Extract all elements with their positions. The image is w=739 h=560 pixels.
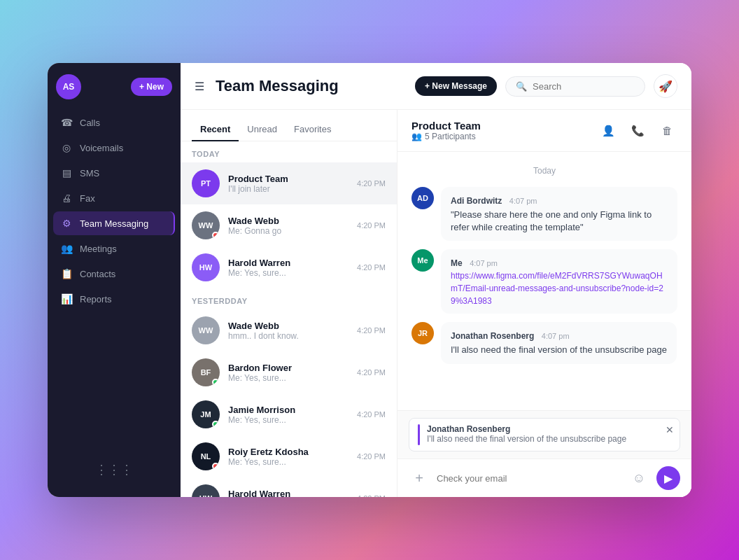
conv-item-wade-webb-2[interactable]: WW Wade Webb hmm.. I dont know. 4:20 PM: [181, 309, 397, 351]
new-message-label: + New Message: [425, 81, 487, 91]
attachment-button[interactable]: +: [409, 468, 430, 489]
conv-item-bardon-flower[interactable]: BF Bardon Flower Me: Yes, sure... 4:20 P…: [181, 351, 397, 393]
user-avatar: AS: [56, 74, 81, 99]
conv-avatar-roiy: NL: [192, 442, 220, 470]
msg-bubble-1: Adi Bordwitz 4:07 pm "Please share here …: [441, 187, 677, 241]
hamburger-icon[interactable]: ☰: [195, 80, 204, 93]
conv-name: Jamie Morrison: [228, 405, 349, 415]
chat-subtitle: 👥 5 Participants: [411, 132, 598, 141]
main-header: ☰ Team Messaging + New Message 🔍 🚀: [181, 63, 691, 110]
status-dot-online: [212, 421, 219, 428]
yesterday-label: YESTERDDAY: [181, 288, 397, 309]
conv-item-jamie-morrison[interactable]: JM Jamie Morrison Me: Yes, sure... 4:20 …: [181, 393, 397, 435]
sidebar-item-sms[interactable]: ▤ SMS: [53, 161, 175, 185]
sidebar-item-sms-label: SMS: [80, 168, 99, 178]
send-button[interactable]: ▶: [656, 466, 680, 490]
sms-icon: ▤: [60, 167, 73, 178]
msg-sender: Me: [451, 258, 463, 268]
msg-bubble-3: Jonathan Rosenberg 4:07 pm I'll also nee…: [441, 322, 677, 363]
conv-item-wade-webb-1[interactable]: WW Wade Webb Me: Gonna go 4:20 PM: [181, 204, 397, 246]
reply-quote-bar: Jonathan Rosenberg I'll also need the fi…: [397, 410, 691, 458]
conv-avatar-harold-warren-2: HW: [192, 484, 220, 497]
rocket-button[interactable]: 🚀: [654, 74, 677, 98]
msg-sender: Adi Bordwitz: [451, 196, 502, 206]
sidebar-item-fax[interactable]: 🖨 Fax: [53, 186, 175, 210]
chat-title: Product Team: [411, 120, 598, 132]
new-button[interactable]: + New: [131, 78, 172, 96]
chat-header-info: Product Team 👥 5 Participants: [411, 120, 598, 141]
meetings-icon: 👥: [60, 243, 73, 254]
message-input-area: + ☺ ▶: [397, 458, 691, 497]
send-icon: ▶: [664, 472, 673, 485]
sidebar-item-contacts-label: Contacts: [80, 269, 115, 279]
tab-recent[interactable]: Recent: [192, 118, 239, 141]
conv-avatar-product-team: PT: [192, 169, 220, 197]
conv-name: Roiy Eretz Kdosha: [228, 447, 349, 457]
conv-time: 4:20 PM: [357, 263, 386, 272]
conv-item-harold-warren-1[interactable]: HW Harold Warren Me: Yes, sure... 4:20 P…: [181, 246, 397, 288]
conv-avatar-jamie-morrison: JM: [192, 400, 220, 428]
conv-preview: I'll join later: [228, 184, 349, 194]
search-input[interactable]: [533, 81, 635, 92]
conv-info-wade-webb-2: Wade Webb hmm.. I dont know.: [228, 321, 349, 341]
sidebar-item-reports[interactable]: 📊 Reports: [53, 287, 175, 311]
conv-info-roiy: Roiy Eretz Kdosha Me: Yes, sure...: [228, 447, 349, 467]
tab-favorites[interactable]: Favorites: [286, 118, 339, 141]
emoji-button[interactable]: ☺: [628, 468, 649, 489]
rocket-icon: 🚀: [659, 80, 673, 93]
conv-avatar-bardon-flower: BF: [192, 358, 220, 386]
reports-icon: 📊: [60, 293, 73, 304]
sidebar-item-contacts[interactable]: 📋 Contacts: [53, 262, 175, 286]
conv-info-harold-warren-2: Harold Warren Me: Yes, sure...: [228, 489, 349, 498]
msg-avatar-text: JR: [418, 329, 428, 337]
conv-preview: Me: Yes, sure...: [228, 268, 349, 278]
sidebar-item-fax-label: Fax: [80, 193, 95, 204]
conv-info-harold-warren: Harold Warren Me: Yes, sure...: [228, 258, 349, 278]
msg-header: Jonathan Rosenberg 4:07 pm: [451, 329, 667, 342]
voicemail-icon: ◎: [60, 142, 73, 153]
message-item-1: AD Adi Bordwitz 4:07 pm "Please share he…: [411, 187, 677, 241]
chat-header: Product Team 👥 5 Participants 👤 📞 🗑: [397, 110, 691, 152]
conv-preview: Me: Yes, sure...: [228, 457, 349, 467]
settings-button[interactable]: 🗑: [656, 120, 677, 141]
conv-time: 4:20 PM: [357, 326, 386, 335]
message-item-2: Me Me 4:07 pm https://www.figma.com/file…: [411, 249, 677, 314]
conv-info-wade-webb: Wade Webb Me: Gonna go: [228, 216, 349, 236]
reply-sender: Jonathan Rosenberg: [427, 424, 671, 434]
msg-time: 4:07 pm: [509, 197, 537, 205]
conv-name: Product Team: [228, 174, 349, 184]
fax-icon: 🖨: [60, 192, 73, 204]
conv-item-roiy-eretz-kdosha[interactable]: NL Roiy Eretz Kdosha Me: Yes, sure... 4:…: [181, 435, 397, 477]
team-messaging-icon: ⚙: [60, 218, 73, 229]
msg-avatar-jonathan: JR: [411, 322, 434, 344]
chat-panel: Product Team 👥 5 Participants 👤 📞 🗑 Toda…: [397, 110, 691, 497]
msg-time: 4:07 pm: [470, 259, 498, 267]
conv-avatar-text: NL: [201, 452, 211, 461]
conv-avatar-text: HW: [199, 263, 212, 272]
msg-text: "Please share here the one and only Figm…: [451, 209, 668, 234]
msg-bubble-2: Me 4:07 pm https://www.figma.com/file/eM…: [441, 249, 677, 314]
conv-info-bardon-flower: Bardon Flower Me: Yes, sure...: [228, 363, 349, 383]
reply-left-bar: [418, 424, 420, 445]
today-label: TODAY: [181, 141, 397, 162]
reply-quote-inner: Jonathan Rosenberg I'll also need the fi…: [409, 418, 680, 451]
reply-close-button[interactable]: ✕: [666, 424, 674, 435]
message-input[interactable]: [437, 473, 621, 484]
sidebar-item-voicemails[interactable]: ◎ Voicemails: [53, 136, 175, 160]
calls-icon: ☎: [60, 117, 73, 128]
conv-time: 4:20 PM: [357, 452, 386, 461]
msg-sender: Jonathan Rosenberg: [451, 331, 534, 341]
status-dot-online: [212, 379, 219, 386]
conv-item-harold-warren-2[interactable]: HW Harold Warren Me: Yes, sure... 4:20 P…: [181, 477, 397, 497]
new-message-button[interactable]: + New Message: [415, 76, 497, 96]
sidebar-item-calls[interactable]: ☎ Calls: [53, 111, 175, 134]
sidebar-item-meetings[interactable]: 👥 Meetings: [53, 237, 175, 260]
msg-link[interactable]: https://www.figma.com/file/eM2FdVRRS7SGY…: [451, 271, 663, 306]
grid-icon[interactable]: ⋮⋮⋮: [95, 462, 133, 477]
sidebar-item-team-messaging[interactable]: ⚙ Team Messaging: [53, 211, 175, 235]
tab-unread[interactable]: Unread: [239, 118, 286, 141]
status-dot-red: [212, 232, 219, 239]
conv-item-product-team[interactable]: PT Product Team I'll join later 4:20 PM: [181, 162, 397, 204]
phone-button[interactable]: 📞: [627, 120, 648, 141]
add-participant-button[interactable]: 👤: [598, 120, 619, 141]
